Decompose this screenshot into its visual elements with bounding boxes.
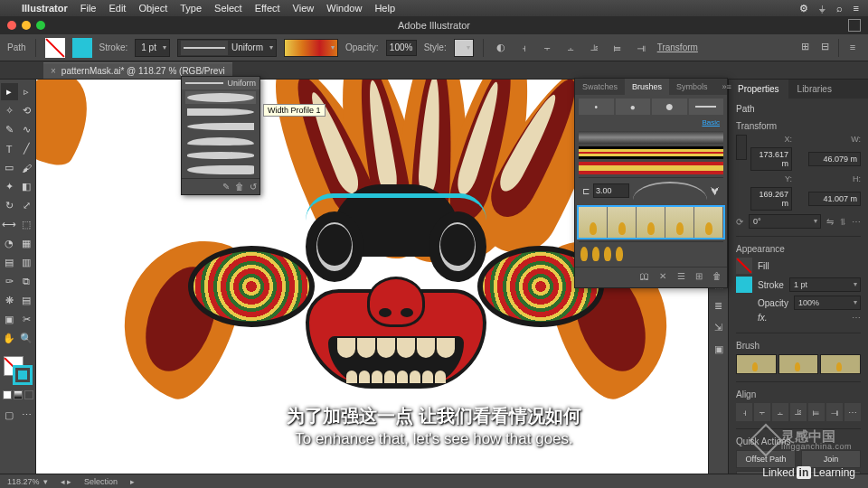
close-window-button[interactable]: [7, 21, 16, 30]
width-tool[interactable]: ⟷: [1, 216, 18, 233]
brush-definition-dropdown[interactable]: [284, 39, 338, 57]
brush-size-input[interactable]: [593, 183, 629, 198]
gradient-mode[interactable]: [14, 390, 23, 399]
fill-swatch-prop[interactable]: [736, 258, 752, 274]
symbol-sprayer-tool[interactable]: ❋: [1, 292, 18, 309]
direct-selection-tool[interactable]: ▹: [18, 83, 35, 100]
layers-panel-icon[interactable]: ≣: [712, 300, 726, 314]
appearance-more-icon[interactable]: ⋯: [852, 313, 861, 323]
control-center-icon[interactable]: ≡: [854, 3, 859, 14]
align-left-icon[interactable]: ⫞: [516, 40, 533, 56]
fx-label[interactable]: fx.: [758, 313, 768, 323]
eraser-tool[interactable]: ◧: [18, 178, 35, 195]
menu-edit[interactable]: Edit: [108, 3, 126, 14]
width-profile-4[interactable]: [185, 135, 256, 147]
stroke-weight-dropdown[interactable]: 1 pt: [135, 39, 170, 57]
calligraphic-brush-1[interactable]: •: [579, 99, 614, 115]
width-profile-1[interactable]: [185, 91, 256, 104]
curvature-tool[interactable]: ∿: [18, 121, 35, 138]
brush-options-icon[interactable]: ☰: [675, 271, 687, 284]
menu-type[interactable]: Type: [180, 3, 202, 14]
stroke-swatch-prop[interactable]: [736, 277, 752, 293]
calligraphic-brush-2[interactable]: ●: [616, 99, 651, 115]
transform-y[interactable]: 169.267 m: [750, 187, 792, 211]
brush-preview-expand-icon[interactable]: ⮟: [711, 186, 720, 196]
menu-view[interactable]: View: [293, 3, 315, 14]
align-bottom-button[interactable]: ⫣: [826, 403, 843, 421]
perspective-tool[interactable]: ▦: [18, 235, 35, 252]
screen-mode-tool[interactable]: ▢: [1, 407, 18, 424]
selection-tool[interactable]: ▸: [1, 83, 18, 100]
asset-export-icon[interactable]: ⇲: [712, 322, 726, 336]
transform-x[interactable]: 173.617 m: [750, 147, 792, 171]
opacity-field[interactable]: 100%: [386, 40, 417, 56]
calligraphic-brush-3[interactable]: ●: [652, 99, 687, 115]
width-profile-uniform[interactable]: Uniform: [182, 77, 259, 89]
tab-libraries[interactable]: Libraries: [788, 80, 841, 99]
brush-libraries-icon[interactable]: 🕮: [638, 271, 651, 284]
artboard-tool[interactable]: ▣: [1, 311, 18, 328]
hand-tool[interactable]: ✋: [1, 330, 18, 347]
stroke-weight-prop[interactable]: 1 pt: [789, 277, 861, 292]
window-controls[interactable]: [7, 21, 45, 30]
slice-tool[interactable]: ✂: [18, 311, 35, 328]
isolate-icon[interactable]: ⊞: [797, 39, 813, 55]
pattern-brush-1[interactable]: [579, 146, 723, 159]
transform-w[interactable]: 46.079 m: [808, 152, 861, 166]
width-profile-2[interactable]: [185, 106, 256, 118]
close-tab-icon[interactable]: ×: [51, 66, 56, 76]
rectangle-tool[interactable]: ▭: [1, 159, 18, 176]
reference-point-locator[interactable]: [736, 135, 747, 160]
align-center-icon[interactable]: ⫟: [540, 40, 556, 56]
align-right-icon[interactable]: ⫠: [563, 40, 580, 56]
expand-bar-icon[interactable]: ≡: [844, 39, 861, 55]
align-right-button[interactable]: ⫠: [772, 403, 788, 421]
brushes-floating-panel[interactable]: Swatches Brushes Symbols »≡ • ● ● Basic …: [574, 78, 728, 288]
blend-tool[interactable]: ⧉: [18, 273, 35, 290]
shaper-tool[interactable]: ✦: [1, 178, 18, 195]
line-tool[interactable]: ╱: [18, 140, 35, 157]
edit-icon[interactable]: ⊟: [816, 39, 833, 55]
magic-wand-tool[interactable]: ✧: [1, 102, 18, 119]
paintbrush-tool[interactable]: 🖌: [18, 159, 35, 176]
color-mode-toggles[interactable]: [3, 390, 33, 399]
tab-swatches[interactable]: Swatches: [575, 79, 625, 95]
transform-link[interactable]: Transform: [657, 42, 698, 52]
zoom-window-button[interactable]: [36, 21, 45, 30]
align-middle-icon[interactable]: ⫢: [610, 40, 627, 56]
flip-h-icon[interactable]: ⇋: [826, 217, 834, 227]
menu-effect[interactable]: Effect: [255, 3, 280, 14]
delete-profile-icon[interactable]: 🗑: [235, 182, 244, 192]
opacity-prop[interactable]: 100%: [794, 296, 861, 310]
offset-path-button[interactable]: Offset Path: [736, 450, 796, 468]
reset-profile-icon[interactable]: ↺: [250, 182, 257, 192]
align-bottom-icon[interactable]: ⫣: [634, 40, 650, 56]
pen-tool[interactable]: ✎: [1, 121, 18, 138]
more-options-icon[interactable]: ⋯: [852, 217, 861, 227]
recolor-button[interactable]: Recolor: [736, 471, 796, 474]
type-tool[interactable]: T: [1, 140, 18, 157]
width-profile-3[interactable]: [185, 120, 256, 133]
flip-v-icon[interactable]: ⥮: [839, 217, 846, 227]
search-icon[interactable]: ⌕: [836, 3, 843, 14]
graphic-style-dropdown[interactable]: [454, 39, 474, 57]
tab-symbols[interactable]: Symbols: [669, 79, 715, 95]
brush-preview[interactable]: [736, 354, 861, 374]
mesh-tool[interactable]: ▤: [1, 254, 18, 271]
add-profile-icon[interactable]: ✎: [222, 182, 230, 192]
menu-object[interactable]: Object: [138, 3, 167, 14]
shape-builder-tool[interactable]: ◔: [1, 235, 18, 252]
pattern-brush-row-2[interactable]: [579, 241, 723, 263]
variable-width-profile-dropdown[interactable]: Uniform: [177, 39, 277, 57]
minimize-window-button[interactable]: [22, 21, 31, 30]
align-top-button[interactable]: ⫡: [790, 403, 807, 421]
width-profile-5[interactable]: [185, 149, 256, 162]
rotate-field[interactable]: 0°: [749, 214, 821, 229]
artboards-panel-icon[interactable]: ▣: [712, 343, 726, 358]
stroke-indicator[interactable]: [13, 365, 33, 385]
color-mode[interactable]: [3, 390, 12, 399]
pattern-brush-2[interactable]: [579, 162, 723, 174]
menu-file[interactable]: File: [80, 3, 97, 14]
gradient-tool[interactable]: ▥: [18, 254, 35, 271]
graph-tool[interactable]: ▤: [18, 292, 35, 309]
